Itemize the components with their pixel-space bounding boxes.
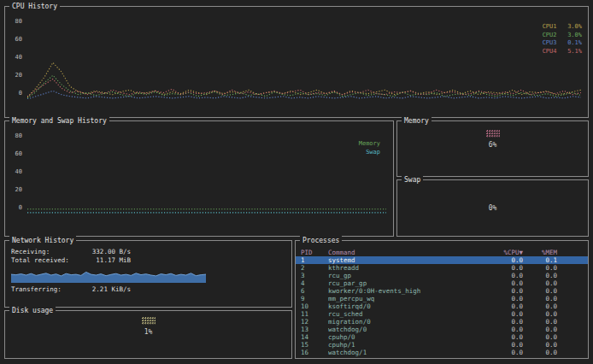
process-row[interactable]: 15cpuhp/10.00.0 bbox=[296, 341, 588, 349]
disk-usage-title: Disk usage bbox=[9, 306, 56, 315]
process-mem: 0.0 bbox=[523, 310, 557, 318]
transferring-label: Transferring: bbox=[11, 285, 85, 294]
memory-gauge: 6% bbox=[397, 130, 588, 149]
memory-percent: 6% bbox=[489, 141, 497, 149]
process-cpu: 0.0 bbox=[480, 264, 523, 272]
process-pid: 3 bbox=[301, 272, 328, 279]
process-mem: 0.0 bbox=[523, 302, 557, 310]
process-row[interactable]: 9mm_percpu_wq0.00.0 bbox=[296, 295, 588, 302]
column-header-cpu[interactable]: %CPU▼ bbox=[480, 249, 523, 256]
process-command: watchdog/1 bbox=[328, 349, 480, 356]
process-row[interactable]: 14cpuhp/00.00.0 bbox=[296, 333, 588, 341]
cpu-y-tick: 0 bbox=[19, 90, 22, 97]
process-row[interactable]: 10ksoftirqd/00.00.0 bbox=[296, 302, 588, 310]
memory-gauge-panel: Memory 6% bbox=[396, 120, 589, 177]
transferring-row: Transferring: 2.21 KiB/s bbox=[5, 285, 291, 294]
network-receive-chart bbox=[11, 267, 206, 283]
process-mem: 0.0 bbox=[523, 287, 557, 295]
process-cpu: 0.0 bbox=[480, 256, 523, 264]
process-table-body[interactable]: 1systemd0.00.12kthreadd0.00.03rcu_gp0.00… bbox=[296, 256, 588, 356]
memswap-y-axis: 80 60 40 20 0 bbox=[9, 132, 22, 211]
process-pid: 16 bbox=[301, 349, 328, 356]
total-received-value: 11.17 MiB bbox=[85, 256, 131, 265]
process-command: cpuhp/0 bbox=[328, 333, 480, 341]
process-command: rcu_par_gp bbox=[328, 279, 480, 287]
process-mem: 0.0 bbox=[523, 349, 557, 356]
process-command: kthreadd bbox=[328, 264, 480, 272]
process-pid: 1 bbox=[301, 256, 328, 264]
column-header-pid[interactable]: PID bbox=[301, 249, 328, 256]
network-history-panel: Network History Receiving: 332.00 B/s To… bbox=[4, 240, 292, 308]
process-cpu: 0.0 bbox=[480, 318, 523, 326]
process-mem: 0.0 bbox=[523, 295, 557, 302]
process-command: mm_percpu_wq bbox=[328, 295, 480, 302]
process-row[interactable]: 2kthreadd0.00.0 bbox=[296, 264, 588, 272]
process-row[interactable]: 6kworker/0:0H-events_high0.00.0 bbox=[296, 287, 588, 295]
column-header-mem[interactable]: %MEM bbox=[523, 249, 557, 256]
transferring-value: 2.21 KiB/s bbox=[85, 285, 131, 294]
network-history-title: Network History bbox=[9, 236, 76, 245]
receiving-value: 332.00 B/s bbox=[85, 248, 131, 256]
system-monitor: CPU History 80 60 40 20 0 CPU1 3.0% CPU2… bbox=[0, 0, 593, 364]
process-row[interactable]: 12migration/00.00.0 bbox=[296, 318, 588, 326]
disk-usage-gauge: 1% bbox=[5, 317, 291, 336]
disk-usage-dots-icon bbox=[142, 317, 156, 325]
process-row[interactable]: 16watchdog/10.00.0 bbox=[296, 349, 588, 356]
cpu-history-title: CPU History bbox=[9, 2, 60, 11]
process-pid: 14 bbox=[301, 333, 328, 341]
memory-swap-chart bbox=[27, 132, 386, 214]
disk-usage-percent: 1% bbox=[144, 328, 153, 336]
total-received-row: Total received: 11.17 MiB bbox=[5, 256, 291, 265]
total-received-label: Total received: bbox=[11, 256, 85, 265]
process-pid: 6 bbox=[301, 287, 328, 295]
memory-usage-dots-icon bbox=[486, 130, 500, 138]
process-cpu: 0.0 bbox=[480, 341, 523, 349]
process-command: ksoftirqd/0 bbox=[328, 302, 480, 310]
cpu-y-tick: 80 bbox=[15, 18, 22, 25]
process-row[interactable]: 3rcu_gp0.00.0 bbox=[296, 272, 588, 279]
process-command: kworker/0:0H-events_high bbox=[328, 287, 480, 295]
process-cpu: 0.0 bbox=[480, 310, 523, 318]
process-row[interactable]: 13watchdog/00.00.0 bbox=[296, 326, 588, 333]
cpu-y-tick: 20 bbox=[15, 72, 22, 79]
processes-panel: Processes PID Command %CPU▼ %MEM 1system… bbox=[295, 240, 589, 359]
process-mem: 0.0 bbox=[523, 318, 557, 326]
disk-usage-panel: Disk usage 1% bbox=[4, 310, 292, 359]
process-cpu: 0.0 bbox=[480, 302, 523, 310]
memory-swap-history-title: Memory and Swap History bbox=[9, 116, 109, 126]
processes-title: Processes bbox=[300, 236, 342, 245]
memswap-y-tick: 80 bbox=[15, 132, 22, 139]
process-command: cpuhp/1 bbox=[328, 341, 480, 349]
memswap-y-tick: 20 bbox=[15, 186, 22, 193]
process-pid: 4 bbox=[301, 279, 328, 287]
process-pid: 12 bbox=[301, 318, 328, 326]
memory-swap-history-panel: Memory and Swap History 80 60 40 20 0 Me… bbox=[4, 120, 394, 237]
process-pid: 13 bbox=[301, 326, 328, 333]
process-command: rcu_gp bbox=[328, 272, 480, 279]
cpu-y-tick: 40 bbox=[15, 54, 22, 61]
process-command: systemd bbox=[328, 256, 480, 264]
process-table-header[interactable]: PID Command %CPU▼ %MEM bbox=[296, 249, 588, 256]
process-cpu: 0.0 bbox=[480, 333, 523, 341]
memswap-y-tick: 40 bbox=[15, 168, 22, 175]
swap-gauge-panel: Swap 0% bbox=[396, 179, 589, 237]
process-mem: 0.0 bbox=[523, 279, 557, 287]
cpu-y-tick: 60 bbox=[15, 36, 22, 43]
cpu-y-axis: 80 60 40 20 0 bbox=[9, 18, 22, 97]
process-mem: 0.1 bbox=[523, 256, 557, 264]
cpu-history-chart bbox=[27, 17, 581, 99]
process-row[interactable]: 11rcu_sched0.00.0 bbox=[296, 310, 588, 318]
process-pid: 11 bbox=[301, 310, 328, 318]
process-mem: 0.0 bbox=[523, 333, 557, 341]
cpu-history-panel: CPU History 80 60 40 20 0 CPU1 3.0% CPU2… bbox=[4, 6, 589, 118]
memory-gauge-title: Memory bbox=[402, 116, 432, 126]
column-header-command[interactable]: Command bbox=[328, 249, 480, 256]
process-cpu: 0.0 bbox=[480, 349, 523, 356]
process-pid: 2 bbox=[301, 264, 328, 272]
process-cpu: 0.0 bbox=[480, 272, 523, 279]
process-row[interactable]: 4rcu_par_gp0.00.0 bbox=[296, 279, 588, 287]
process-row[interactable]: 1systemd0.00.1 bbox=[296, 256, 588, 264]
process-mem: 0.0 bbox=[523, 341, 557, 349]
process-cpu: 0.0 bbox=[480, 295, 523, 302]
process-pid: 10 bbox=[301, 302, 328, 310]
